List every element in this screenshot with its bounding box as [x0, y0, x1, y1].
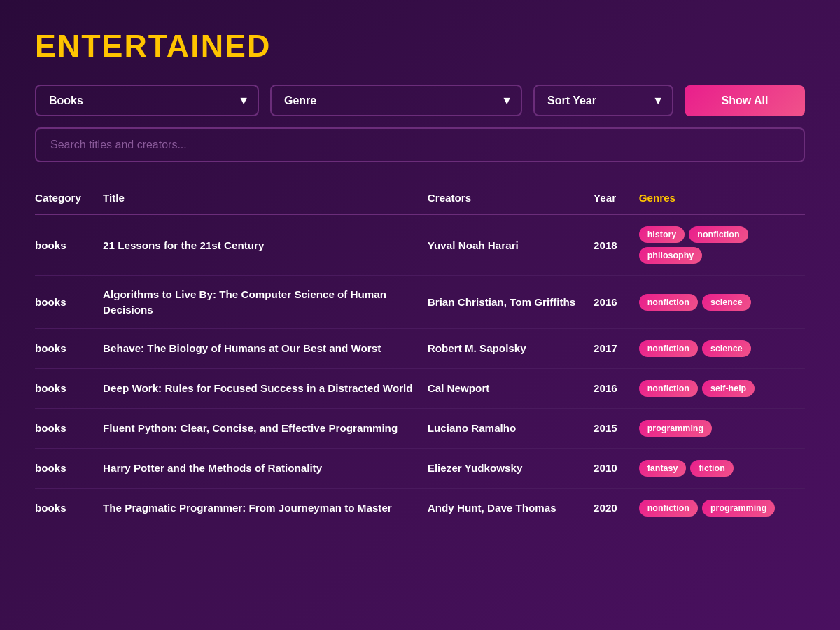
cell-title: Fluent Python: Clear, Concise, and Effec… — [103, 408, 428, 448]
genre-tag: nonfiction — [639, 500, 698, 517]
table-row: booksThe Pragmatic Programmer: From Jour… — [35, 488, 805, 528]
books-select[interactable]: Books — [35, 85, 259, 116]
cell-creators: Yuval Noah Harari — [428, 214, 594, 276]
table-row: booksDeep Work: Rules for Focused Succes… — [35, 368, 805, 408]
cell-year: 2017 — [594, 328, 639, 368]
cell-year: 2010 — [594, 448, 639, 488]
table-row: booksHarry Potter and the Methods of Rat… — [35, 448, 805, 488]
cell-genres: nonfictionprogramming — [639, 488, 805, 528]
column-header-year: Year — [594, 183, 639, 214]
search-row — [35, 127, 805, 162]
cell-title: Deep Work: Rules for Focused Success in … — [103, 368, 428, 408]
genre-tag: nonfiction — [639, 294, 698, 311]
cell-year: 2020 — [594, 488, 639, 528]
cell-genres: nonfictionscience — [639, 328, 805, 368]
genre-tags: programming — [639, 420, 797, 437]
genre-select-wrapper: Genre ▼ — [270, 85, 522, 116]
genre-tags: nonfictionprogramming — [639, 500, 797, 517]
cell-genres: fantasyfiction — [639, 448, 805, 488]
cell-year: 2018 — [594, 214, 639, 276]
cell-category: books — [35, 368, 103, 408]
cell-category: books — [35, 488, 103, 528]
column-header-genres: Genres — [639, 183, 805, 214]
cell-category: books — [35, 214, 103, 276]
cell-title: Harry Potter and the Methods of Rational… — [103, 448, 428, 488]
cell-year: 2016 — [594, 368, 639, 408]
table-row: booksFluent Python: Clear, Concise, and … — [35, 408, 805, 448]
cell-creators: Eliezer Yudkowsky — [428, 448, 594, 488]
cell-category: books — [35, 448, 103, 488]
sort-select-wrapper: Sort Year ▼ — [533, 85, 673, 116]
cell-genres: nonfictionscience — [639, 276, 805, 329]
cell-creators: Brian Christian, Tom Griffiths — [428, 276, 594, 329]
genre-tag: history — [639, 226, 685, 243]
cell-category: books — [35, 328, 103, 368]
genre-tag: fantasy — [639, 460, 687, 477]
cell-title: The Pragmatic Programmer: From Journeyma… — [103, 488, 428, 528]
genre-tag: programming — [639, 420, 712, 437]
genre-tag: programming — [702, 500, 775, 517]
cell-creators: Robert M. Sapolsky — [428, 328, 594, 368]
genre-tag: nonfiction — [639, 380, 698, 397]
cell-category: books — [35, 408, 103, 448]
cell-title: 21 Lessons for the 21st Century — [103, 214, 428, 276]
controls-row: Books ▼ Genre ▼ Sort Year ▼ Show All — [35, 85, 805, 116]
cell-genres: nonfictionself-help — [639, 368, 805, 408]
genre-tags: nonfictionscience — [639, 340, 797, 357]
cell-genres: historynonfictionphilosophy — [639, 214, 805, 276]
show-all-button[interactable]: Show All — [685, 85, 805, 116]
cell-genres: programming — [639, 408, 805, 448]
genre-tag: philosophy — [639, 247, 703, 264]
cell-title: Algorithms to Live By: The Computer Scie… — [103, 276, 428, 329]
genre-select[interactable]: Genre — [270, 85, 522, 116]
genre-tags: fantasyfiction — [639, 460, 797, 477]
cell-category: books — [35, 276, 103, 329]
genre-tag: nonfiction — [689, 226, 748, 243]
books-select-wrapper: Books ▼ — [35, 85, 259, 116]
column-header-category: Category — [35, 183, 103, 214]
genre-tags: nonfictionself-help — [639, 380, 797, 397]
genre-tag: self-help — [702, 380, 755, 397]
table-row: booksAlgorithms to Live By: The Computer… — [35, 276, 805, 329]
app-title: ENTERTAINED — [35, 28, 805, 64]
column-header-creators: Creators — [428, 183, 594, 214]
search-input[interactable] — [35, 127, 805, 162]
genre-tag: science — [702, 294, 751, 311]
table-body: books21 Lessons for the 21st CenturyYuva… — [35, 214, 805, 528]
cell-year: 2016 — [594, 276, 639, 329]
books-table: Category Title Creators Year Genres book… — [35, 183, 805, 528]
genre-tags: historynonfictionphilosophy — [639, 226, 797, 264]
genre-tag: science — [702, 340, 751, 357]
column-header-title: Title — [103, 183, 428, 214]
genre-tag: fiction — [690, 460, 733, 477]
genre-tag: nonfiction — [639, 340, 698, 357]
table-row: books21 Lessons for the 21st CenturyYuva… — [35, 214, 805, 276]
cell-creators: Andy Hunt, Dave Thomas — [428, 488, 594, 528]
table-row: booksBehave: The Biology of Humans at Ou… — [35, 328, 805, 368]
sort-select[interactable]: Sort Year — [533, 85, 673, 116]
table-header-row: Category Title Creators Year Genres — [35, 183, 805, 214]
cell-year: 2015 — [594, 408, 639, 448]
cell-creators: Luciano Ramalho — [428, 408, 594, 448]
cell-creators: Cal Newport — [428, 368, 594, 408]
genre-tags: nonfictionscience — [639, 294, 797, 311]
cell-title: Behave: The Biology of Humans at Our Bes… — [103, 328, 428, 368]
